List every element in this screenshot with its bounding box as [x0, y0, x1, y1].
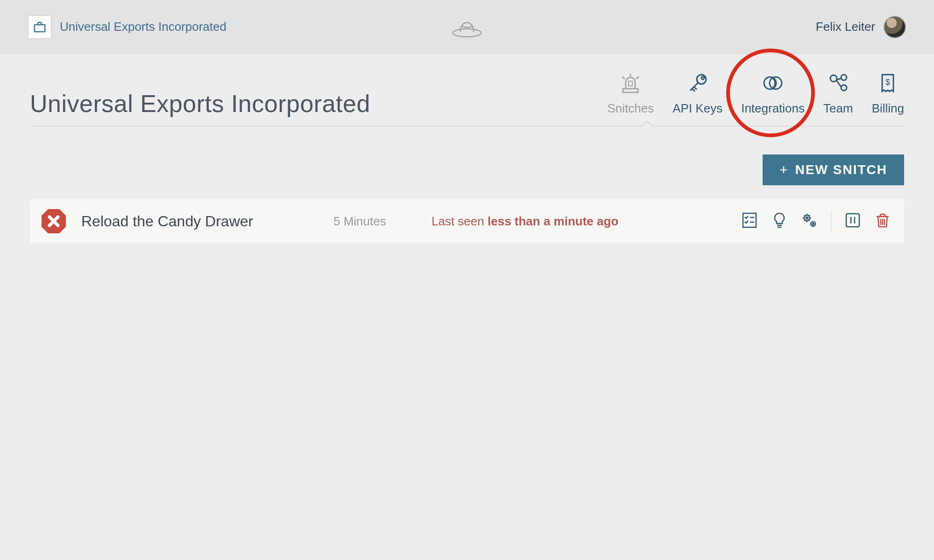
button-row: + NEW SNITCH: [30, 154, 904, 185]
tab-label: API Keys: [672, 101, 722, 116]
trash-icon[interactable]: [874, 212, 891, 231]
svg-line-18: [836, 80, 841, 87]
hat-logo-icon[interactable]: [450, 12, 484, 42]
svg-point-29: [806, 217, 808, 219]
svg-rect-3: [629, 81, 632, 86]
tab-billing[interactable]: $ Billing: [872, 73, 904, 118]
tab-label: Team: [823, 101, 853, 116]
svg-rect-2: [623, 89, 638, 92]
tab-label: Integrations: [741, 101, 805, 116]
org-name-link[interactable]: Universal Exports Incorporated: [60, 20, 226, 34]
svg-text:$: $: [885, 77, 890, 87]
user-name: Felix Leiter: [816, 20, 875, 34]
team-icon: [827, 73, 849, 97]
snitch-interval: 5 Minutes: [333, 214, 417, 229]
snitch-name: Reload the Candy Drawer: [81, 213, 319, 230]
topbar: Universal Exports Incorporated Felix Lei…: [0, 0, 934, 54]
last-seen-label: Last seen: [432, 214, 484, 228]
page-title: Universal Exports Incorporated: [30, 90, 370, 118]
snitch-list: Reload the Candy Drawer 5 Minutes Last s…: [30, 199, 904, 243]
svg-line-6: [636, 77, 639, 79]
plus-icon: +: [779, 162, 789, 178]
svg-line-10: [692, 89, 695, 91]
snitch-last-seen: Last seen less than a minute ago: [432, 214, 618, 229]
tab-label: Snitches: [608, 101, 654, 116]
checklist-icon[interactable]: [741, 212, 758, 231]
settings-gears-icon[interactable]: [801, 212, 818, 231]
tab-label: Billing: [872, 101, 904, 116]
separator: [831, 210, 831, 232]
svg-line-5: [622, 77, 625, 79]
svg-line-35: [809, 220, 810, 221]
svg-point-15: [841, 75, 847, 80]
page-header: Universal Exports Incorporated Snitches …: [30, 73, 904, 126]
svg-point-39: [812, 223, 814, 224]
active-tab-caret-icon: [642, 121, 653, 126]
svg-line-37: [809, 215, 810, 216]
row-actions: [741, 210, 891, 232]
svg-point-16: [841, 85, 847, 91]
receipt-icon: $: [877, 73, 899, 97]
svg-point-8: [701, 77, 704, 79]
venn-icon: [762, 73, 784, 97]
svg-line-36: [804, 220, 805, 221]
svg-rect-40: [846, 214, 859, 227]
new-snitch-label: NEW SNITCH: [795, 162, 887, 177]
briefcase-icon: [28, 15, 51, 39]
svg-point-38: [811, 222, 815, 226]
key-icon: [686, 73, 709, 97]
lightbulb-icon[interactable]: [771, 212, 788, 231]
svg-line-11: [694, 87, 697, 90]
tab-snitches[interactable]: Snitches: [608, 73, 654, 118]
svg-point-1: [453, 28, 481, 36]
tabs: Snitches API Keys Integrations Team: [608, 73, 905, 118]
avatar[interactable]: [884, 16, 906, 38]
tab-integrations[interactable]: Integrations: [741, 73, 805, 118]
svg-rect-23: [743, 213, 756, 227]
status-error-icon: [40, 208, 67, 235]
tab-team[interactable]: Team: [823, 73, 853, 118]
org-badge[interactable]: Universal Exports Incorporated: [28, 15, 226, 39]
svg-line-34: [804, 215, 805, 216]
pause-icon[interactable]: [844, 212, 861, 231]
snitch-row[interactable]: Reload the Candy Drawer 5 Minutes Last s…: [30, 199, 904, 243]
user-area[interactable]: Felix Leiter: [816, 16, 906, 38]
new-snitch-button[interactable]: + NEW SNITCH: [763, 154, 904, 185]
svg-rect-0: [35, 25, 45, 32]
last-seen-value: less than a minute ago: [488, 214, 618, 228]
tab-apikeys[interactable]: API Keys: [672, 73, 722, 118]
siren-icon: [619, 73, 642, 97]
page: Universal Exports Incorporated Snitches …: [0, 54, 934, 243]
